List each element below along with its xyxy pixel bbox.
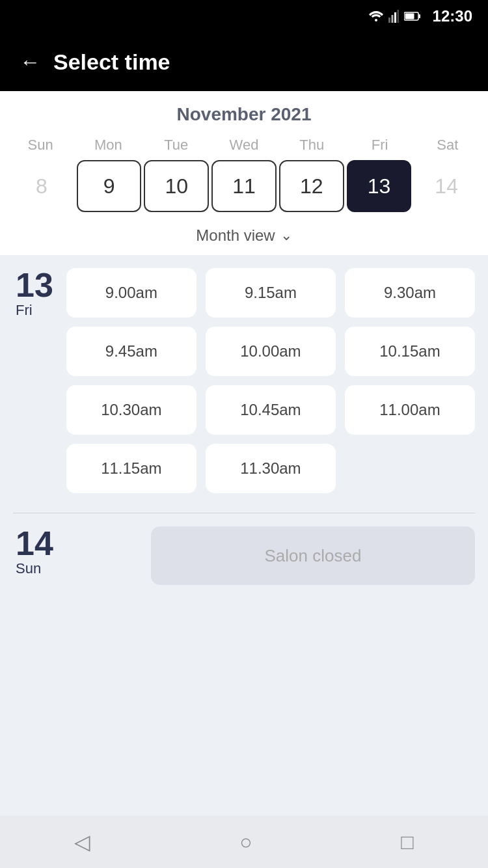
slot-9-45am[interactable]: 9.45am	[66, 327, 197, 376]
weekday-mon: Mon	[74, 137, 142, 154]
slot-11-15am[interactable]: 11.15am	[66, 444, 197, 493]
slot-10-45am[interactable]: 10.45am	[206, 385, 336, 435]
slot-11-30am[interactable]: 11.30am	[206, 444, 336, 493]
back-button[interactable]: ←	[20, 50, 40, 74]
day-10[interactable]: 10	[144, 160, 209, 212]
day-12[interactable]: 12	[279, 160, 344, 212]
day-row: 8 9 10 11 12 13 14	[7, 160, 481, 219]
day-11[interactable]: 11	[211, 160, 277, 212]
salon-closed-box: Salon closed	[151, 526, 475, 585]
day-14[interactable]: 14	[414, 160, 479, 212]
day-number-14: 14	[16, 526, 53, 560]
time-section: 13 Fri 9.00am 9.15am 9.30am 9.45am 10.00…	[0, 255, 488, 816]
day-13[interactable]: 13	[347, 160, 412, 212]
svg-rect-6	[405, 14, 414, 20]
day-number-13: 13	[16, 268, 53, 302]
svg-point-0	[375, 19, 377, 21]
nav-bar: ◁ ○ □	[0, 816, 488, 868]
day-9[interactable]: 9	[77, 160, 142, 212]
weekday-sat: Sat	[414, 137, 481, 154]
day-group-row-13: 13 Fri 9.00am 9.15am 9.30am 9.45am 10.00…	[13, 268, 475, 493]
status-time: 12:30	[433, 7, 472, 25]
day-group-14: 14 Sun Salon closed	[13, 526, 475, 588]
day-label-14: 14 Sun	[13, 526, 53, 577]
weekday-fri: Fri	[346, 137, 413, 154]
svg-rect-4	[397, 10, 399, 23]
slot-9-15am[interactable]: 9.15am	[206, 268, 336, 318]
svg-rect-1	[388, 18, 390, 23]
day-label-13: 13 Fri	[13, 268, 53, 319]
status-icons	[369, 10, 421, 23]
salon-closed-label: Salon closed	[264, 546, 361, 566]
month-view-toggle[interactable]: Month view ⌄	[7, 219, 481, 255]
signal-icon	[388, 10, 399, 23]
weekday-thu: Thu	[278, 137, 346, 154]
day-group-row-14: 14 Sun Salon closed	[13, 526, 475, 588]
app-header: ← Select time	[0, 33, 488, 91]
day-group-13: 13 Fri 9.00am 9.15am 9.30am 9.45am 10.00…	[13, 268, 475, 493]
calendar-section: November 2021 Sun Mon Tue Wed Thu Fri Sa…	[0, 91, 488, 255]
nav-home-icon[interactable]: ○	[239, 830, 252, 854]
weekday-row: Sun Mon Tue Wed Thu Fri Sat	[7, 137, 481, 154]
nav-apps-icon[interactable]: □	[401, 830, 413, 854]
svg-rect-2	[391, 15, 393, 23]
slot-9-30am[interactable]: 9.30am	[345, 268, 475, 318]
page-title: Select time	[53, 49, 170, 75]
day-8[interactable]: 8	[9, 160, 74, 212]
battery-icon	[404, 12, 421, 21]
slot-10-00am[interactable]: 10.00am	[206, 327, 336, 376]
day-name-13: Fri	[16, 302, 33, 319]
slot-11-00am[interactable]: 11.00am	[345, 385, 475, 435]
time-grid-13: 9.00am 9.15am 9.30am 9.45am 10.00am 10.1…	[66, 268, 475, 493]
divider	[13, 513, 475, 513]
wifi-icon	[369, 11, 383, 21]
nav-back-icon[interactable]: ◁	[74, 830, 90, 854]
status-bar: 12:30	[0, 0, 488, 33]
weekday-tue: Tue	[142, 137, 210, 154]
slot-9-00am[interactable]: 9.00am	[66, 268, 197, 318]
month-view-label: Month view	[196, 226, 275, 245]
weekday-sun: Sun	[7, 137, 74, 154]
month-label: November 2021	[7, 104, 481, 125]
slot-10-30am[interactable]: 10.30am	[66, 385, 197, 435]
day-name-14: Sun	[16, 560, 41, 577]
chevron-down-icon: ⌄	[280, 227, 292, 244]
svg-rect-3	[394, 12, 396, 23]
slot-10-15am[interactable]: 10.15am	[345, 327, 475, 376]
svg-rect-7	[418, 14, 420, 18]
weekday-wed: Wed	[210, 137, 278, 154]
